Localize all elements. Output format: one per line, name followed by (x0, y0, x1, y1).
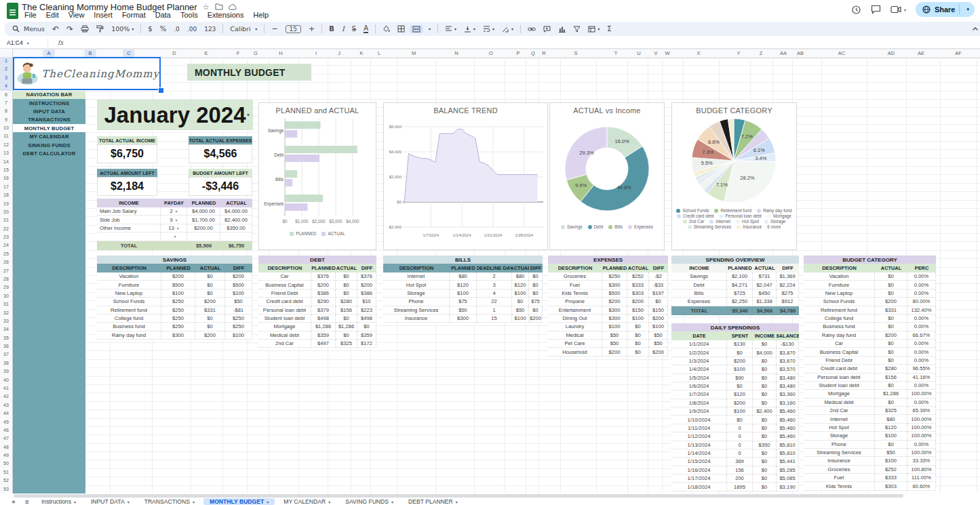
row-header-39[interactable]: 39 (0, 367, 12, 376)
cell[interactable]: Other Income (97, 224, 161, 233)
cell[interactable]: $3,190 (777, 483, 799, 491)
share-button[interactable]: Share ▾ (916, 2, 975, 17)
cell[interactable]: 100.80% (907, 466, 936, 474)
undo-button[interactable]: ↶ (50, 24, 62, 35)
cell[interactable]: $912 (777, 298, 799, 306)
cell[interactable]: 80.00% (907, 298, 936, 306)
menu-insert[interactable]: Insert (90, 11, 117, 19)
cell[interactable]: $100 (225, 289, 252, 298)
cell[interactable]: Laundry (548, 323, 602, 331)
cell[interactable]: Insurance (383, 315, 450, 323)
cell[interactable]: $386 (311, 289, 336, 298)
strikethrough-button[interactable]: S (349, 24, 359, 33)
name-box[interactable]: A1:C4▾ (0, 39, 42, 46)
cell[interactable]: $350 (753, 441, 777, 449)
cell[interactable]: $3,670 (777, 357, 799, 365)
cell[interactable]: $252 (875, 466, 907, 474)
menu-data[interactable]: Data (151, 11, 175, 19)
column-header-cell[interactable]: PLANNED (602, 264, 627, 272)
cell[interactable]: $120 (512, 281, 529, 289)
decrease-decimal-button[interactable]: .0 (171, 25, 182, 33)
cell[interactable]: $120 (875, 424, 907, 432)
sheet-tab-caret[interactable]: ▾ (128, 500, 130, 504)
merge-type-caret[interactable]: ▾ (425, 26, 433, 32)
cell[interactable]: $2,047 (753, 281, 777, 289)
cell[interactable]: $2,400 (753, 407, 777, 416)
cell[interactable]: 0 (727, 441, 753, 449)
cell[interactable]: 1/8/2024 (671, 399, 727, 407)
cell[interactable]: Vacation (97, 272, 161, 281)
row-header-20[interactable]: 20 (0, 208, 12, 216)
row-header-29[interactable]: 29 (0, 283, 12, 291)
cell[interactable]: $0 (357, 323, 376, 331)
cell[interactable]: $250 (225, 315, 252, 323)
cell[interactable]: 2nd Car (258, 340, 311, 348)
cell[interactable]: Phone (804, 441, 875, 449)
cell[interactable]: 15 (477, 315, 512, 323)
cell[interactable]: $3,480 (777, 382, 799, 390)
print-button[interactable] (78, 24, 92, 33)
column-header-cell[interactable]: ACTUAL (336, 264, 357, 272)
cell[interactable]: $80 (512, 272, 529, 281)
cell[interactable]: $200 (602, 298, 627, 306)
row-header-1[interactable]: 1 (0, 57, 12, 65)
row-header-3[interactable]: 3 (0, 74, 12, 82)
cell[interactable]: $0 (875, 289, 907, 298)
cell[interactable]: Hot Spot (383, 281, 450, 289)
row-header-19[interactable]: 19 (0, 200, 12, 208)
card-label-0[interactable]: TOTAL ACTUAL INCOME (97, 136, 157, 144)
cell[interactable]: $0 (875, 272, 907, 281)
cell[interactable]: $5,460 (777, 416, 799, 424)
cell[interactable]: $80 (450, 272, 477, 281)
cell[interactable]: $0 (753, 340, 777, 348)
cell[interactable]: $5,810 (777, 449, 799, 458)
cell[interactable] (187, 233, 220, 241)
vertical-align-button[interactable]: ▾ (461, 25, 478, 33)
card-value-3[interactable]: -$3,446 (189, 177, 252, 196)
row-header-28[interactable]: 28 (0, 275, 12, 283)
cell[interactable]: $300 (161, 331, 195, 340)
cell[interactable]: $359 (311, 331, 336, 340)
cell[interactable]: $0 (753, 466, 777, 474)
cell[interactable]: $0 (336, 289, 357, 298)
cell[interactable]: $0 (529, 281, 543, 289)
cell[interactable]: $300 (602, 315, 627, 323)
cell[interactable]: $250 (161, 298, 195, 306)
cell[interactable]: $280 (336, 298, 357, 306)
cell[interactable]: School Funds (804, 298, 875, 306)
cell[interactable]: Kids Tennis (548, 289, 602, 298)
nav-link-my-calendar[interactable]: MY CALENDAR (13, 132, 85, 140)
cell[interactable]: Credit card debt (804, 365, 875, 373)
cell[interactable]: $0 (875, 399, 907, 407)
cell[interactable]: 60.60% (907, 482, 936, 490)
horizontal-scrollbar[interactable] (0, 493, 980, 498)
cell[interactable]: $5,441 (777, 458, 799, 466)
cell[interactable]: Friend Debt (258, 289, 311, 298)
cell[interactable]: 2 (477, 272, 512, 281)
cell[interactable]: Retirement fund (97, 306, 161, 315)
column-header-cell[interactable]: DESCRIPTION (383, 264, 450, 272)
cell[interactable]: $5,810 (777, 441, 799, 449)
column-header-cell[interactable]: PAYDAY (161, 199, 187, 207)
card-value-2[interactable]: $2,184 (97, 177, 157, 196)
total-cell[interactable]: TOTAL (97, 241, 161, 250)
column-header-J[interactable]: J (338, 49, 340, 57)
cell[interactable]: $250 (161, 306, 195, 315)
cell[interactable]: $2,400.00 (220, 216, 252, 224)
cell[interactable]: $500 (602, 289, 627, 298)
cell[interactable]: $200 (727, 357, 753, 365)
cell[interactable]: $325 (336, 340, 357, 348)
column-header-AB[interactable]: AB (797, 49, 804, 57)
cell[interactable]: $2,224 (777, 281, 799, 289)
cell[interactable]: 132.40% (907, 306, 936, 315)
column-header-G[interactable]: G (254, 49, 258, 57)
row-header-8[interactable]: 8 (0, 107, 12, 115)
cell[interactable]: $100 (512, 289, 529, 298)
cell[interactable]: $100 (875, 432, 907, 440)
cell[interactable]: Business fund (804, 323, 875, 331)
cell[interactable]: $3,360 (777, 390, 799, 399)
cell[interactable]: 3 (477, 281, 512, 289)
cell[interactable]: 1/12/2024 (671, 432, 727, 441)
column-header-cell[interactable]: DESCRIPTION (804, 264, 875, 272)
cell[interactable]: $0 (753, 474, 777, 483)
